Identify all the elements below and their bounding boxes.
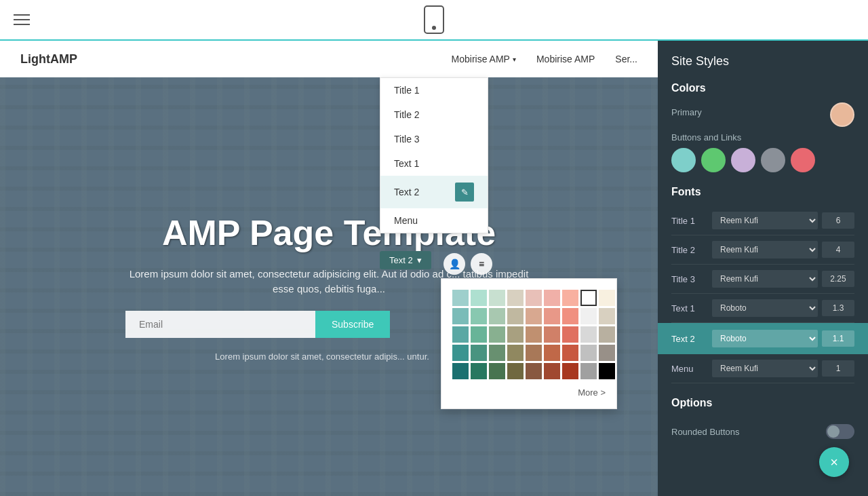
subscribe-button[interactable]: Subscribe	[315, 311, 390, 338]
btn-color-swatch-2[interactable]	[731, 148, 755, 172]
btn-color-swatch-4[interactable]	[791, 148, 815, 172]
color-swatch-2[interactable]	[489, 290, 505, 306]
font-select-1[interactable]: Reem Kufi	[712, 241, 818, 259]
options-section: Options Rounded Buttons	[671, 397, 854, 446]
color-swatch-40[interactable]	[526, 363, 542, 379]
color-swatch-38[interactable]	[489, 363, 505, 379]
btn-color-swatch-0[interactable]	[671, 148, 696, 172]
color-swatch-24[interactable]	[562, 326, 578, 343]
color-swatch-31[interactable]	[526, 345, 542, 361]
color-swatch-15[interactable]	[562, 308, 578, 324]
color-swatch-29[interactable]	[489, 345, 505, 361]
font-size-input-1[interactable]	[822, 242, 854, 258]
font-row-title1: Title 1 Reem Kufi	[671, 206, 854, 235]
dropdown-item-text1[interactable]: Text 1	[380, 151, 488, 176]
edit-icon[interactable]: ✎	[455, 183, 474, 202]
color-swatch-22[interactable]	[526, 326, 542, 343]
nav-link-3[interactable]: Ser...	[615, 54, 637, 64]
font-select-2[interactable]: Reem Kufi	[712, 270, 818, 288]
btn-color-swatch-1[interactable]	[701, 148, 726, 172]
phone-icon[interactable]	[424, 5, 444, 34]
color-swatch-6[interactable]	[562, 290, 578, 306]
color-swatch-18[interactable]	[452, 326, 469, 343]
color-swatch-3[interactable]	[507, 290, 524, 306]
font-type-dropdown: Title 1 Title 2 Title 3 Text 1 Text 2 ✎ …	[380, 77, 488, 233]
color-swatch-8[interactable]	[599, 290, 615, 306]
color-swatch-26[interactable]	[599, 326, 615, 343]
color-swatch-13[interactable]	[526, 308, 542, 324]
nav-link-2[interactable]: Mobirise AMP	[536, 54, 595, 64]
color-swatch-20[interactable]	[489, 326, 505, 343]
email-input[interactable]	[125, 311, 315, 338]
dropdown-item-title1[interactable]: Title 1	[380, 78, 488, 102]
color-swatch-17[interactable]	[599, 308, 615, 324]
btn-color-swatch-3[interactable]	[761, 148, 785, 172]
color-swatch-5[interactable]	[544, 290, 560, 306]
font-size-input-3[interactable]	[822, 300, 854, 316]
menu-icon[interactable]	[14, 14, 30, 25]
font-size-input-5[interactable]	[822, 360, 854, 377]
color-swatch-11[interactable]	[489, 308, 505, 324]
close-button[interactable]: ×	[819, 447, 849, 477]
color-swatch-4[interactable]	[526, 290, 542, 306]
font-row-menu: Menu Reem Kufi	[671, 354, 854, 383]
font-label-3: Text 1	[671, 303, 712, 313]
font-size-input-0[interactable]	[822, 212, 854, 229]
color-swatch-28[interactable]	[471, 345, 487, 361]
color-swatch-39[interactable]	[507, 363, 524, 379]
dropdown-item-title2[interactable]: Title 2	[380, 102, 488, 127]
dropdown-item-text2[interactable]: Text 2 ✎	[380, 176, 488, 208]
font-size-input-4[interactable]	[822, 330, 854, 347]
fonts-section-title: Fonts	[671, 186, 854, 198]
font-label-1: Title 2	[671, 245, 712, 255]
color-swatch-10[interactable]	[471, 308, 487, 324]
nav-link-1[interactable]: Mobirise AMP ▾	[452, 54, 516, 64]
color-swatch-33[interactable]	[562, 345, 578, 361]
font-select-5[interactable]: Reem Kufi	[712, 360, 818, 377]
font-label-5: Menu	[671, 364, 712, 374]
color-swatch-32[interactable]	[544, 345, 560, 361]
more-colors-button[interactable]: More >	[452, 387, 606, 398]
color-swatch-1[interactable]	[471, 290, 487, 306]
primary-label: Primary	[671, 107, 702, 117]
dropdown-item-menu[interactable]: Menu	[380, 208, 488, 233]
color-swatch-43[interactable]	[580, 363, 597, 379]
toggle-thumb	[827, 425, 840, 438]
font-select-0[interactable]: Reem Kufi	[712, 212, 818, 229]
font-size-input-2[interactable]	[822, 271, 854, 287]
color-swatch-23[interactable]	[544, 326, 560, 343]
color-swatch-14[interactable]	[544, 308, 560, 324]
font-select-4[interactable]: Roboto	[712, 330, 818, 347]
color-swatch-42[interactable]	[562, 363, 578, 379]
color-swatch-19[interactable]	[471, 326, 487, 343]
font-rows-container: Title 1 Reem Kufi Title 2 Reem Kufi Titl…	[671, 206, 854, 383]
color-swatch-0[interactable]	[452, 290, 469, 306]
text2-selector-button[interactable]: Text 2 ▾	[380, 251, 431, 269]
color-swatch-7[interactable]	[580, 290, 597, 306]
dropdown-item-title3[interactable]: Title 3	[380, 127, 488, 151]
color-swatch-37[interactable]	[471, 363, 487, 379]
menu-dots-icon[interactable]: ≡	[471, 253, 492, 275]
color-swatch-30[interactable]	[507, 345, 524, 361]
color-swatch-16[interactable]	[580, 308, 597, 324]
color-swatch-21[interactable]	[507, 326, 524, 343]
color-swatch-36[interactable]	[452, 363, 469, 379]
color-swatch-44[interactable]	[599, 363, 615, 379]
color-swatch-41[interactable]	[544, 363, 560, 379]
color-swatch-12[interactable]	[507, 308, 524, 324]
font-row-title2: Title 2 Reem Kufi	[671, 235, 854, 265]
color-swatch-27[interactable]	[452, 345, 469, 361]
font-select-3[interactable]: Roboto	[712, 299, 818, 317]
options-section-title: Options	[671, 397, 854, 409]
buttons-links-color-row	[671, 148, 854, 172]
rounded-buttons-row: Rounded Buttons	[671, 417, 854, 446]
primary-color-swatch[interactable]	[830, 102, 854, 127]
rounded-buttons-toggle[interactable]	[826, 424, 854, 439]
user-icon[interactable]: 👤	[443, 253, 465, 275]
font-row-title3: Title 3 Reem Kufi	[671, 265, 854, 294]
caret-icon: ▾	[417, 255, 422, 265]
color-swatch-34[interactable]	[580, 345, 597, 361]
color-swatch-9[interactable]	[452, 308, 469, 324]
color-swatch-35[interactable]	[599, 345, 615, 361]
color-swatch-25[interactable]	[580, 326, 597, 343]
